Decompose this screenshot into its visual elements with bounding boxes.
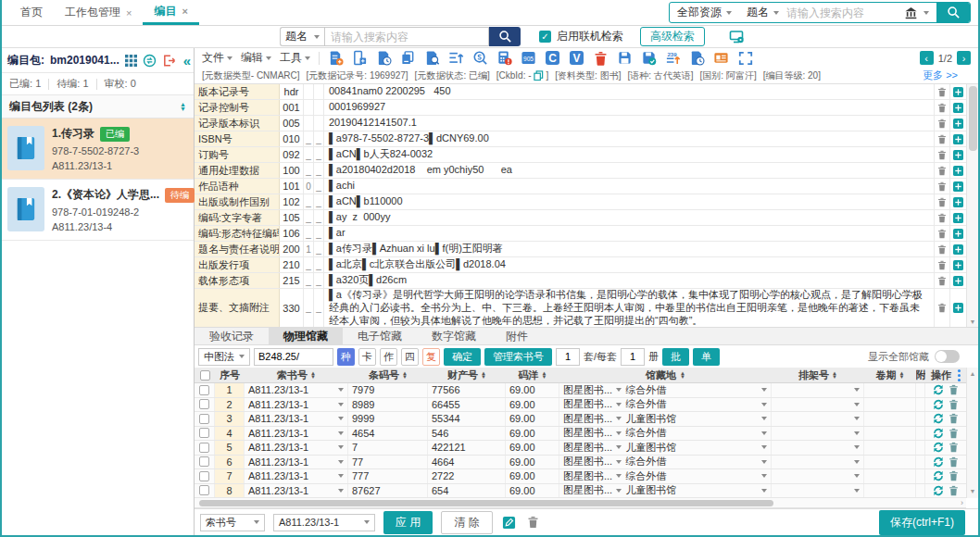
record-search-input[interactable]	[324, 27, 489, 46]
delete-field-icon[interactable]	[935, 100, 950, 115]
new-field-icon[interactable]	[352, 50, 368, 66]
trash-icon[interactable]	[525, 515, 541, 531]
more-link[interactable]: 更多 >>	[923, 69, 971, 82]
horizontal-scrollbar[interactable]: ›	[195, 498, 966, 508]
price-cell[interactable]: 69.00	[506, 383, 559, 397]
callno-select[interactable]: A811.23/13-1	[245, 441, 348, 455]
tab-home[interactable]: 首页	[9, 0, 54, 25]
save-icon[interactable]	[617, 50, 633, 66]
sort-list-icon[interactable]: ▲▼	[180, 102, 186, 111]
sort-fields-icon[interactable]	[448, 50, 464, 66]
refresh-icon[interactable]	[933, 456, 944, 468]
record-history-icon[interactable]	[376, 50, 392, 66]
trash-icon[interactable]	[949, 470, 960, 481]
batch-button[interactable]: 批	[662, 348, 689, 366]
delete-record-icon[interactable]	[593, 50, 609, 66]
shelf-select[interactable]	[772, 456, 864, 469]
add-field-icon[interactable]	[950, 84, 966, 99]
close-icon[interactable]: ×	[182, 6, 187, 17]
monitor-settings-icon[interactable]	[729, 29, 745, 44]
add-field-icon[interactable]	[950, 179, 966, 194]
shelf-select[interactable]	[772, 398, 864, 412]
more-options-icon[interactable]	[958, 374, 961, 377]
trash-icon[interactable]	[949, 384, 960, 395]
shelf-select[interactable]	[772, 469, 864, 483]
refresh-icon[interactable]	[933, 399, 944, 410]
scroll-right-icon[interactable]: ›	[961, 498, 963, 507]
delete-field-icon[interactable]	[935, 210, 950, 225]
location-selects[interactable]: 图星图书...综合外借	[559, 456, 772, 469]
tab-physical-holdings[interactable]: 物理馆藏	[269, 328, 343, 344]
circle-v-icon[interactable]: V	[569, 50, 584, 66]
add-field-icon[interactable]	[950, 100, 966, 115]
per-set-input[interactable]	[621, 348, 645, 366]
holdings-scrollbar[interactable]: ▲▼	[966, 368, 978, 498]
global-search-button[interactable]	[936, 3, 970, 22]
trash-icon[interactable]	[949, 485, 960, 496]
list-item[interactable]: 2.《资本论》人学思...待编 978-7-01-019248-2 A811.2…	[2, 180, 194, 241]
shelf-select[interactable]	[772, 412, 864, 426]
species-number-button[interactable]: 种	[337, 348, 355, 366]
author-number-button[interactable]: 作	[380, 348, 397, 366]
refresh-icon[interactable]	[933, 384, 944, 395]
callno-select[interactable]: A811.23/13-1	[245, 412, 348, 426]
refresh-icon[interactable]	[933, 485, 944, 496]
field-905-icon[interactable]: 905	[521, 50, 536, 66]
global-search-field-select[interactable]: 题名	[739, 3, 786, 22]
delete-field-icon[interactable]	[935, 273, 950, 288]
shelf-select[interactable]	[772, 427, 864, 441]
delete-field-icon[interactable]	[935, 163, 950, 178]
add-field-icon[interactable]	[950, 242, 966, 256]
add-field-icon[interactable]	[950, 210, 966, 225]
tab-catalog[interactable]: 编目×	[143, 0, 198, 25]
record-time-icon[interactable]	[689, 50, 705, 66]
delete-field-icon[interactable]	[935, 179, 950, 194]
duplicate-check-button[interactable]: 复	[422, 348, 440, 366]
copies-input[interactable]	[556, 348, 580, 366]
library-scope-select[interactable]	[896, 3, 936, 22]
circle-c-icon[interactable]: C	[545, 50, 560, 66]
location-selects[interactable]: 图星图书...儿童图书馆	[559, 441, 772, 455]
callno-select[interactable]: A811.23/13-1	[245, 398, 348, 412]
marc-scrollbar[interactable]: ▼	[966, 84, 978, 327]
add-record-icon[interactable]	[328, 50, 344, 66]
trash-icon[interactable]	[949, 399, 960, 410]
callno-select[interactable]: A811.23/13-1	[245, 427, 348, 441]
delete-field-icon[interactable]	[935, 116, 950, 131]
card-view-icon[interactable]	[713, 50, 729, 66]
add-field-icon[interactable]	[950, 194, 966, 209]
col-callno[interactable]: 索书号▲▼	[245, 368, 348, 382]
delete-field-icon[interactable]	[935, 131, 950, 146]
copy-record-icon[interactable]	[400, 50, 416, 66]
edit-icon[interactable]	[501, 515, 517, 531]
shelf-select[interactable]	[772, 383, 864, 397]
tab-workpackage[interactable]: 工作包管理×	[54, 0, 143, 25]
trash-icon[interactable]	[949, 442, 960, 453]
footer-field-select[interactable]: 索书号	[200, 514, 265, 531]
row-checkbox[interactable]	[199, 485, 209, 495]
row-checkbox[interactable]	[199, 399, 209, 409]
volume-cell[interactable]	[864, 383, 916, 397]
record-search-icon[interactable]	[424, 50, 440, 66]
menu-edit[interactable]: 编辑	[241, 50, 271, 66]
refresh-icon[interactable]	[933, 428, 944, 439]
location-selects[interactable]: 图星图书...综合外借	[559, 469, 772, 483]
global-search-scope-select[interactable]: 全部资源	[670, 3, 739, 22]
manage-callno-button[interactable]: 管理索书号	[484, 348, 552, 366]
location-selects[interactable]: 图星图书...综合外借	[559, 383, 772, 397]
row-checkbox[interactable]	[199, 471, 209, 481]
record-search-button[interactable]	[489, 27, 521, 46]
clear-button[interactable]: 清 除	[441, 511, 492, 534]
refresh-icon[interactable]	[933, 413, 944, 424]
scrollbar-thumb[interactable]	[199, 500, 773, 506]
select-all-checkbox[interactable]	[200, 370, 210, 381]
show-all-toggle[interactable]	[935, 350, 960, 363]
row-checkbox[interactable]	[199, 385, 209, 395]
location-selects[interactable]: 图星图书...综合外借	[559, 427, 772, 441]
close-icon[interactable]: ×	[126, 7, 132, 19]
row-checkbox[interactable]	[199, 428, 209, 438]
row-checkbox[interactable]	[199, 443, 209, 453]
delete-field-icon[interactable]	[935, 194, 950, 209]
sync-package-icon[interactable]	[143, 53, 157, 69]
four-corner-button[interactable]: 四	[401, 348, 419, 366]
